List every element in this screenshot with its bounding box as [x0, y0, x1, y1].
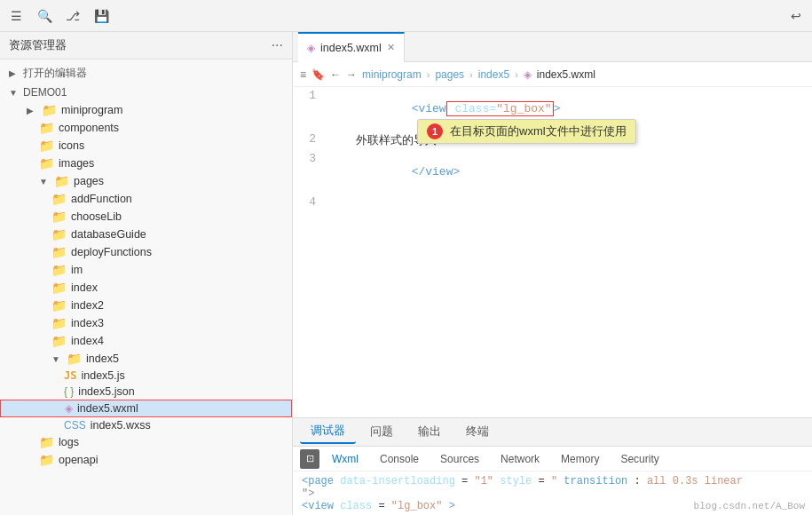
tab-close-icon[interactable]: ✕	[387, 42, 395, 53]
editor-toolbar: ≡ 🔖 ← → miniprogram › pages › index5 › ◈…	[293, 62, 812, 87]
tree-item-index4[interactable]: 📁 index4	[0, 332, 292, 350]
demo01-arrow-icon: ▼	[9, 88, 20, 98]
subtab-memory[interactable]: Memory	[552, 451, 608, 467]
tree-label: index2	[71, 299, 104, 312]
section-open-editors[interactable]: ▶ 打开的编辑器	[0, 63, 292, 83]
tree-label: addFunction	[71, 193, 132, 205]
tree-label: images	[59, 157, 94, 170]
section-demo01[interactable]: ▼ DEMO01	[0, 83, 292, 101]
tree-item-index5-wxml[interactable]: ◈ index5.wxml	[0, 400, 292, 417]
sidebar-options-icon[interactable]: ···	[272, 37, 283, 53]
tree-item-miniprogram[interactable]: ▶ 📁 miniprogram	[0, 101, 292, 119]
folder-icon: 📁	[67, 352, 82, 366]
tree-item-images[interactable]: 📁 images	[0, 154, 292, 172]
tree-item-databaseGuide[interactable]: 📁 databaseGuide	[0, 226, 292, 243]
watermark: blog.csdn.net/A_Bow	[694, 501, 805, 511]
tab-output[interactable]: 输出	[407, 421, 452, 443]
forward-arrow-icon[interactable]: →	[346, 68, 357, 81]
breadcrumb-file-icon: ◈	[524, 68, 532, 81]
tree-label: index5	[86, 353, 119, 365]
tree-item-deployFunctions[interactable]: 📁 deployFunctions	[0, 243, 292, 261]
tree-label: components	[59, 122, 119, 134]
arrow-icon: ▶	[9, 68, 20, 78]
folder-icon: 📁	[51, 334, 67, 348]
tree-item-pages[interactable]: ▼ 📁 pages	[0, 172, 292, 190]
tab-problems[interactable]: 问题	[359, 421, 404, 443]
line-number-2: 2	[293, 131, 325, 146]
tree-item-index[interactable]: 📁 index	[0, 279, 292, 297]
tree-label: index4	[71, 335, 104, 347]
tree-item-chooseLib[interactable]: 📁 chooseLib	[0, 208, 292, 226]
tree-item-index5-wxss[interactable]: CSS index5.wxss	[0, 417, 292, 433]
bottom-code-line-1: <page data-insertloading = "1" style = "…	[302, 475, 803, 487]
line-content-3: </view>	[325, 150, 812, 194]
tree-label: deployFunctions	[71, 246, 152, 258]
folder-icon: 📁	[51, 210, 67, 224]
breadcrumb-pages[interactable]: pages	[435, 68, 464, 81]
breadcrumb-index5[interactable]: index5	[478, 68, 509, 81]
tab-label: index5.wxml	[320, 42, 382, 54]
tree-label: chooseLib	[71, 210, 122, 223]
breadcrumb-miniprogram[interactable]: miniprogram	[362, 68, 422, 81]
tree-item-icons[interactable]: 📁 icons	[0, 137, 292, 154]
tree-label: logs	[59, 436, 79, 448]
save-icon[interactable]: 💾	[92, 7, 110, 25]
tree-item-index2[interactable]: 📁 index2	[0, 297, 292, 314]
sidebar-tree: ▶ 打开的编辑器 ▼ DEMO01 ▶ 📁 miniprogram 📁 comp…	[0, 59, 292, 515]
folder-icon: 📁	[54, 174, 69, 188]
wxss-file-icon: CSS	[64, 419, 86, 432]
tree-label: miniprogram	[61, 104, 122, 116]
tree-item-openapi[interactable]: 📁 openapi	[0, 451, 292, 469]
tree-item-index5-json[interactable]: { } index5.json	[0, 384, 292, 400]
devtools-selector-icon[interactable]: ⊡	[300, 449, 319, 469]
index5-arrow: ▼	[51, 354, 62, 364]
tree-item-im[interactable]: 📁 im	[0, 261, 292, 279]
bottom-tabs: 调试器 问题 输出 终端	[293, 418, 812, 447]
js-file-icon: JS	[64, 369, 76, 382]
folder-icon: 📁	[51, 281, 67, 295]
bottom-content: <page data-insertloading = "1" style = "…	[293, 471, 812, 515]
tree-item-logs[interactable]: 📁 logs	[0, 433, 292, 451]
tab-debugger[interactable]: 调试器	[300, 420, 356, 444]
folder-icon: 📁	[51, 263, 67, 277]
tab-terminal[interactable]: 终端	[455, 421, 500, 443]
search-icon[interactable]: 🔍	[35, 7, 53, 25]
tooltip-balloon: 1 在目标页面的wxml文件中进行使用	[417, 119, 636, 144]
code-editor[interactable]: 1 <view class="lg_box"> 2 外联样式的导入 3 </vi…	[293, 87, 812, 417]
bottom-code-line-2: ">	[302, 487, 803, 500]
tab-bar: ◈ index5.wxml ✕	[293, 32, 812, 62]
tree-label: index5.js	[81, 369, 124, 382]
tree-item-components[interactable]: 📁 components	[0, 119, 292, 137]
tree-label: openapi	[59, 454, 99, 466]
section-demo01-label: DEMO01	[23, 86, 67, 99]
bookmark-icon[interactable]: 🔖	[311, 68, 325, 81]
folder-icon: 📁	[39, 139, 54, 153]
top-toolbar: ☰ 🔍 ⎇ 💾 ↩	[0, 0, 812, 32]
tree-label: icons	[59, 139, 84, 152]
section-open-editors-label: 打开的编辑器	[23, 66, 87, 81]
tree-item-addFunction[interactable]: 📁 addFunction	[0, 190, 292, 208]
format-icon[interactable]: ≡	[300, 68, 306, 81]
git-icon[interactable]: ⎇	[64, 7, 82, 25]
line-number-4: 4	[293, 194, 325, 209]
subtab-network[interactable]: Network	[492, 451, 548, 467]
menu-icon[interactable]: ☰	[7, 7, 25, 25]
line-number-1: 1	[293, 87, 325, 102]
line-content-4	[325, 194, 812, 210]
subtab-wxml[interactable]: Wxml	[323, 451, 367, 467]
tree-item-index5-js[interactable]: JS index5.js	[0, 368, 292, 384]
tree-label: index5.json	[78, 385, 134, 398]
tree-item-index5[interactable]: ▼ 📁 index5	[0, 350, 292, 368]
subtab-sources[interactable]: Sources	[431, 451, 488, 467]
line-number-3: 3	[293, 150, 325, 165]
subtab-console[interactable]: Console	[371, 451, 428, 467]
back-arrow-icon[interactable]: ←	[330, 68, 341, 81]
tab-index5-wxml[interactable]: ◈ index5.wxml ✕	[298, 32, 405, 62]
sidebar-header: 资源管理器 ···	[0, 32, 292, 59]
tree-label: im	[71, 264, 83, 276]
breadcrumb-sep3: ›	[515, 69, 518, 80]
subtab-security[interactable]: Security	[611, 451, 667, 467]
tree-item-index3[interactable]: 📁 index3	[0, 314, 292, 332]
code-line-3: 3 </view>	[293, 150, 812, 194]
go-back-icon[interactable]: ↩	[787, 7, 805, 25]
